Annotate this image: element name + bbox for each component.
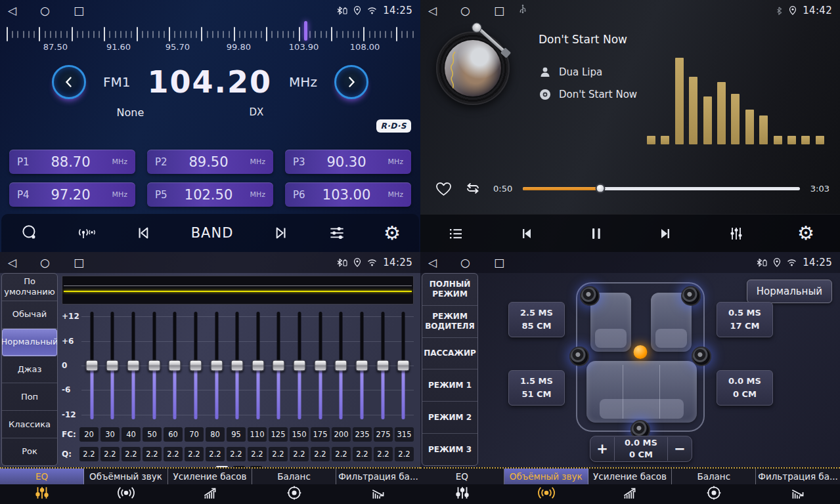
listening-position-dot[interactable] bbox=[634, 345, 648, 359]
progress-thumb[interactable] bbox=[596, 184, 606, 194]
audio-tab[interactable]: Баланс bbox=[252, 469, 336, 504]
fc-value-chip[interactable]: 125 bbox=[269, 427, 288, 442]
eq-slider-handle[interactable] bbox=[210, 360, 223, 371]
q-value-chip[interactable]: 2.2 bbox=[311, 447, 330, 461]
audio-tab[interactable]: Объёмный звук bbox=[504, 469, 588, 504]
next-station-button[interactable] bbox=[271, 223, 290, 243]
eq-band-slider[interactable] bbox=[144, 308, 165, 423]
delay-rear-right[interactable]: 0.0 MS0 CM bbox=[717, 370, 773, 406]
nav-back-icon[interactable]: ◁ bbox=[8, 4, 16, 17]
delay-front-right[interactable]: 0.5 MS17 CM bbox=[717, 302, 773, 337]
eq-band-slider[interactable] bbox=[227, 308, 248, 423]
fc-value-chip[interactable]: 150 bbox=[290, 427, 309, 442]
soundfield-mode-item[interactable]: РЕЖИМ 3 bbox=[422, 434, 477, 465]
fc-value-chip[interactable]: 95 bbox=[227, 427, 246, 442]
eq-band-slider[interactable] bbox=[351, 308, 372, 423]
radio-preset-button[interactable]: P4 97.20 MHz bbox=[9, 182, 135, 207]
fc-value-chip[interactable]: 40 bbox=[122, 427, 141, 442]
eq-slider-handle[interactable] bbox=[85, 360, 98, 371]
repeat-button[interactable] bbox=[463, 180, 483, 197]
eq-preset-item[interactable]: Нормальный bbox=[2, 329, 57, 356]
eq-preset-item[interactable]: Классика bbox=[2, 411, 57, 438]
eq-band-slider[interactable] bbox=[269, 308, 290, 423]
delay-decrease-button[interactable]: − bbox=[668, 441, 692, 457]
q-value-chip[interactable]: 2.2 bbox=[290, 447, 309, 461]
eq-preset-item[interactable]: По умолчанию bbox=[2, 274, 57, 301]
nav-back-icon[interactable]: ◁ bbox=[428, 4, 437, 17]
q-value-chip[interactable]: 2.2 bbox=[164, 447, 183, 461]
fc-value-chip[interactable]: 80 bbox=[206, 427, 225, 442]
eq-band-slider[interactable] bbox=[393, 308, 414, 423]
eq-slider-handle[interactable] bbox=[335, 360, 347, 371]
eq-slider-handle[interactable] bbox=[376, 360, 389, 371]
soundfield-mode-item[interactable]: ПОЛНЫЙ РЕЖИМ bbox=[422, 274, 477, 306]
delay-front-left[interactable]: 2.5 MS85 CM bbox=[508, 302, 565, 337]
q-value-chip[interactable]: 2.2 bbox=[374, 447, 393, 461]
scan-button[interactable] bbox=[20, 223, 39, 243]
fc-value-chip[interactable]: 110 bbox=[248, 427, 267, 442]
nav-back-icon[interactable]: ◁ bbox=[428, 256, 437, 269]
fc-value-chip[interactable]: 70 bbox=[185, 427, 204, 442]
q-value-chip[interactable]: 2.2 bbox=[395, 447, 414, 461]
q-value-chip[interactable]: 2.2 bbox=[79, 447, 99, 461]
nav-recents-icon[interactable]: □ bbox=[74, 256, 84, 269]
nav-home-icon[interactable]: ○ bbox=[460, 256, 470, 269]
q-value-chip[interactable]: 2.2 bbox=[227, 447, 246, 461]
q-value-chip[interactable]: 2.2 bbox=[185, 447, 204, 461]
eq-band-slider[interactable] bbox=[372, 308, 393, 423]
fc-value-chip[interactable]: 30 bbox=[100, 427, 120, 442]
audio-tab[interactable]: Фильтрация ба... bbox=[756, 469, 840, 504]
fc-value-chip[interactable]: 60 bbox=[164, 427, 183, 442]
audio-tab[interactable]: Усиление басов bbox=[168, 469, 252, 504]
eq-preset-item[interactable]: Джаз bbox=[2, 356, 57, 384]
q-value-chip[interactable]: 2.2 bbox=[248, 447, 267, 461]
eq-band-slider[interactable] bbox=[206, 308, 227, 423]
q-value-chip[interactable]: 2.2 bbox=[100, 447, 120, 461]
nav-recents-icon[interactable]: □ bbox=[494, 4, 504, 17]
eq-slider-handle[interactable] bbox=[294, 360, 306, 371]
fc-value-chip[interactable]: 50 bbox=[143, 427, 162, 442]
seek-up-button[interactable] bbox=[334, 65, 368, 99]
soundfield-mode-item[interactable]: РЕЖИМ ВОДИТЕЛЯ bbox=[422, 306, 477, 338]
fc-value-chip[interactable]: 235 bbox=[353, 427, 372, 442]
eq-band-slider[interactable] bbox=[123, 308, 144, 423]
eq-slider-handle[interactable] bbox=[127, 360, 140, 371]
fc-value-chip[interactable]: 275 bbox=[374, 427, 393, 442]
next-track-button[interactable] bbox=[655, 224, 675, 243]
audio-tab[interactable]: Усиление басов bbox=[588, 469, 673, 504]
audio-settings-button[interactable] bbox=[327, 223, 347, 243]
prev-station-button[interactable] bbox=[134, 223, 154, 243]
equalizer-button[interactable] bbox=[726, 224, 746, 243]
eq-band-slider[interactable] bbox=[102, 308, 123, 423]
delay-rear-left[interactable]: 1.5 MS51 CM bbox=[508, 370, 565, 406]
radio-preset-button[interactable]: P2 89.50 MHz bbox=[147, 150, 273, 174]
eq-slider-handle[interactable] bbox=[231, 360, 244, 371]
eq-slider-handle[interactable] bbox=[169, 360, 181, 371]
eq-band-slider[interactable] bbox=[248, 308, 269, 423]
band-button[interactable]: BAND bbox=[191, 225, 234, 241]
eq-band-slider[interactable] bbox=[310, 308, 331, 423]
nav-recents-icon[interactable]: □ bbox=[494, 256, 504, 269]
eq-preset-item[interactable]: Рок bbox=[2, 438, 57, 465]
eq-preset-item[interactable]: Обычай bbox=[2, 301, 57, 329]
radio-preset-button[interactable]: P3 90.30 MHz bbox=[285, 150, 411, 174]
q-value-chip[interactable]: 2.2 bbox=[332, 447, 351, 461]
q-value-chip[interactable]: 2.2 bbox=[206, 447, 225, 461]
audio-tab[interactable]: Объёмный звук bbox=[84, 469, 168, 504]
playlist-button[interactable] bbox=[446, 224, 466, 243]
fc-value-chip[interactable]: 20 bbox=[79, 427, 99, 442]
previous-track-button[interactable] bbox=[517, 224, 537, 243]
eq-preset-item[interactable]: Поп bbox=[2, 383, 57, 411]
delay-increase-button[interactable]: + bbox=[590, 441, 614, 457]
dx-loc-button[interactable] bbox=[76, 223, 97, 243]
nav-home-icon[interactable]: ○ bbox=[40, 4, 50, 17]
eq-band-slider[interactable] bbox=[185, 308, 206, 423]
audio-tab[interactable]: EQ bbox=[420, 469, 504, 504]
fc-value-chip[interactable]: 315 bbox=[395, 427, 414, 442]
nav-home-icon[interactable]: ○ bbox=[460, 4, 470, 17]
nav-back-icon[interactable]: ◁ bbox=[8, 256, 16, 269]
nav-home-icon[interactable]: ○ bbox=[40, 256, 50, 269]
eq-band-slider[interactable] bbox=[81, 308, 102, 423]
fc-value-chip[interactable]: 175 bbox=[311, 427, 330, 442]
eq-slider-handle[interactable] bbox=[106, 360, 119, 371]
